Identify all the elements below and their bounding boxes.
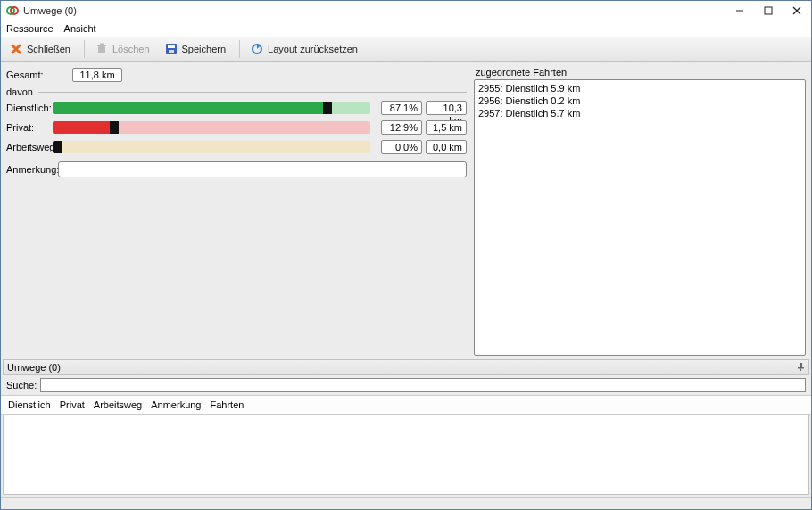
search-row: Suche: (1, 375, 811, 395)
menu-resource[interactable]: Ressource (6, 23, 54, 34)
anmerkung-row: Anmerkung: (6, 161, 467, 177)
svg-rect-14 (798, 367, 804, 369)
svg-rect-3 (765, 7, 772, 14)
col-dienstlich[interactable]: Dienstlich (8, 399, 51, 410)
davon-row: davon (6, 86, 467, 97)
svg-rect-7 (97, 45, 106, 46)
pct-dienstlich[interactable]: 87,1% (381, 101, 422, 115)
close-button-label: Schließen (27, 44, 70, 54)
gesamt-value: 11,8 km (72, 68, 122, 82)
col-arbeitsweg[interactable]: Arbeitsweg (94, 399, 142, 410)
anmerkung-input[interactable] (58, 161, 467, 177)
minimize-button[interactable] (725, 1, 754, 21)
pct-arbeitsweg[interactable]: 0,0% (381, 140, 422, 154)
toolbar-separator (239, 40, 240, 58)
col-fahrten[interactable]: Fahrten (211, 399, 244, 410)
save-icon (164, 42, 178, 56)
list-item[interactable]: 2956: Dienstlich 0.2 km (478, 95, 801, 107)
right-panel: zugeordnete Fahrten 2955: Dienstlich 5.9… (474, 67, 806, 356)
save-button-label: Speichern (182, 44, 227, 54)
left-panel: Gesamt: 11,8 km davon Dienstlich: 87,1% … (6, 67, 467, 356)
menu-view[interactable]: Ansicht (64, 23, 96, 34)
gesamt-row: Gesamt: 11,8 km (6, 67, 467, 83)
bar-row-privat: Privat: 12,9% 1,5 km (6, 120, 467, 135)
assigned-header: zugeordnete Fahrten (474, 67, 806, 78)
delete-button: Löschen (90, 39, 158, 59)
davon-line (38, 92, 467, 93)
save-button[interactable]: Speichern (160, 39, 235, 59)
bar-label-arbeitsweg: Arbeitsweg: (6, 142, 53, 152)
trash-icon (95, 42, 109, 56)
app-icon (6, 4, 19, 17)
svg-rect-13 (800, 363, 802, 367)
svg-rect-8 (100, 44, 104, 45)
list-item[interactable]: 2955: Dienstlich 5.9 km (478, 82, 801, 95)
bar-label-privat: Privat: (6, 122, 53, 133)
search-input[interactable] (40, 378, 806, 392)
anmerkung-label: Anmerkung: (6, 164, 58, 175)
toolbar-separator (84, 40, 85, 58)
pin-icon[interactable] (797, 363, 805, 373)
maximize-button[interactable] (754, 1, 783, 21)
bar-label-dienstlich: Dienstlich: (6, 103, 53, 113)
close-window-button[interactable] (783, 1, 811, 21)
reset-layout-icon (250, 42, 264, 56)
columns-row: Dienstlich Privat Arbeitsweg Anmerkung F… (1, 395, 811, 415)
bar-marker-privat[interactable] (110, 121, 119, 134)
svg-rect-6 (98, 46, 105, 53)
bar-fill-privat (53, 121, 110, 134)
pct-privat[interactable]: 12,9% (381, 120, 422, 135)
svg-rect-15 (800, 368, 801, 371)
toolbar: Schließen Löschen Speichern Layout zurüc… (1, 37, 811, 62)
bar-track-dienstlich[interactable] (53, 102, 370, 114)
bar-marker-dienstlich[interactable] (323, 102, 332, 114)
bar-fill-dienstlich (53, 102, 323, 114)
delete-button-label: Löschen (112, 44, 150, 54)
col-privat[interactable]: Privat (60, 399, 85, 410)
grid-area[interactable] (3, 415, 809, 495)
search-label: Suche: (6, 380, 37, 391)
close-button[interactable]: Schließen (4, 39, 79, 59)
window-title: Umwege (0) (23, 5, 725, 16)
close-icon (9, 42, 23, 56)
reset-layout-button[interactable]: Layout zurücksetzen (245, 39, 366, 59)
km-dienstlich[interactable]: 10,3 km (426, 101, 467, 115)
km-privat[interactable]: 1,5 km (426, 120, 467, 135)
km-arbeitsweg[interactable]: 0,0 km (426, 140, 467, 154)
bar-row-dienstlich: Dienstlich: 87,1% 10,3 km (6, 101, 467, 115)
lower-panel-title: Umwege (0) (7, 362, 61, 373)
bar-row-arbeitsweg: Arbeitsweg: 0,0% 0,0 km (6, 140, 467, 154)
menubar: Ressource Ansicht (1, 21, 811, 37)
list-item[interactable]: 2957: Dienstlich 5.7 km (478, 107, 801, 119)
col-anmerkung[interactable]: Anmerkung (151, 399, 201, 410)
bar-marker-arbeitsweg[interactable] (53, 141, 62, 153)
svg-rect-10 (168, 45, 175, 48)
upper-area: Gesamt: 11,8 km davon Dienstlich: 87,1% … (1, 62, 811, 359)
svg-rect-11 (169, 50, 174, 53)
bar-track-arbeitsweg[interactable] (53, 141, 370, 153)
status-bar (1, 497, 811, 509)
assigned-listbox[interactable]: 2955: Dienstlich 5.9 km 2956: Dienstlich… (474, 79, 806, 356)
lower-panel-header: Umwege (0) (3, 359, 809, 375)
davon-label: davon (6, 86, 33, 97)
bar-track-privat[interactable] (53, 121, 370, 134)
content: Gesamt: 11,8 km davon Dienstlich: 87,1% … (1, 62, 811, 509)
reset-layout-button-label: Layout zurücksetzen (268, 44, 358, 54)
gesamt-label: Gesamt: (6, 70, 53, 80)
titlebar: Umwege (0) (1, 1, 811, 21)
